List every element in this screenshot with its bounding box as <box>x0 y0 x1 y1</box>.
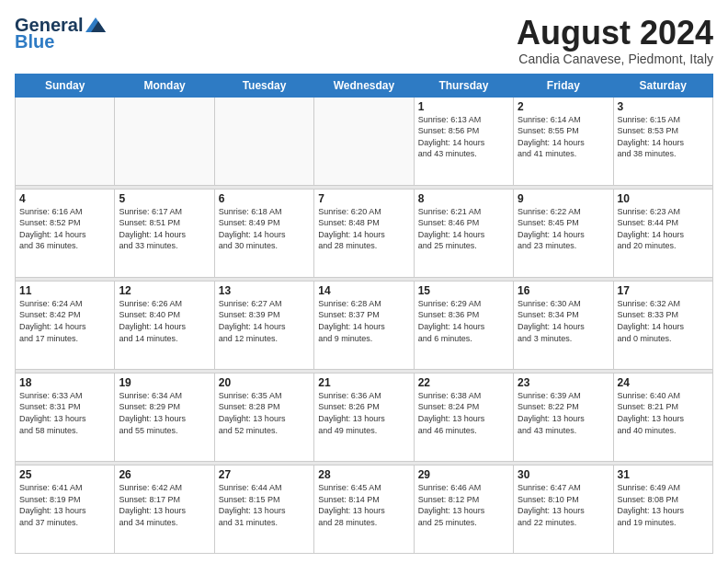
day-info: Sunrise: 6:22 AM Sunset: 8:45 PM Dayligh… <box>518 206 609 252</box>
day-number: 27 <box>219 468 310 481</box>
day-number: 5 <box>119 192 210 205</box>
calendar-cell <box>16 97 115 185</box>
month-title: August 2024 <box>517 15 713 52</box>
day-info: Sunrise: 6:16 AM Sunset: 8:52 PM Dayligh… <box>19 206 110 252</box>
day-info: Sunrise: 6:21 AM Sunset: 8:46 PM Dayligh… <box>418 206 509 252</box>
day-info: Sunrise: 6:24 AM Sunset: 8:42 PM Dayligh… <box>19 298 110 344</box>
day-info: Sunrise: 6:29 AM Sunset: 8:36 PM Dayligh… <box>418 298 509 344</box>
calendar-cell: 20Sunrise: 6:35 AM Sunset: 8:28 PM Dayli… <box>214 373 313 461</box>
col-tuesday: Tuesday <box>214 74 313 97</box>
day-info: Sunrise: 6:44 AM Sunset: 8:15 PM Dayligh… <box>219 482 310 528</box>
day-number: 28 <box>318 468 409 481</box>
calendar-cell: 24Sunrise: 6:40 AM Sunset: 8:21 PM Dayli… <box>613 373 712 461</box>
day-number: 29 <box>418 468 509 481</box>
calendar-cell: 2Sunrise: 6:14 AM Sunset: 8:55 PM Daylig… <box>514 97 613 185</box>
header: General Blue August 2024 Candia Canavese… <box>15 15 713 66</box>
calendar-cell: 17Sunrise: 6:32 AM Sunset: 8:33 PM Dayli… <box>613 281 712 369</box>
calendar-cell: 1Sunrise: 6:13 AM Sunset: 8:56 PM Daylig… <box>414 97 513 185</box>
col-thursday: Thursday <box>414 74 513 97</box>
day-number: 9 <box>518 192 609 205</box>
title-section: August 2024 Candia Canavese, Piedmont, I… <box>517 15 713 66</box>
day-info: Sunrise: 6:18 AM Sunset: 8:49 PM Dayligh… <box>219 206 310 252</box>
calendar-cell: 19Sunrise: 6:34 AM Sunset: 8:29 PM Dayli… <box>115 373 214 461</box>
logo-blue: Blue <box>15 31 54 52</box>
day-number: 8 <box>418 192 509 205</box>
day-info: Sunrise: 6:36 AM Sunset: 8:26 PM Dayligh… <box>318 390 409 436</box>
day-info: Sunrise: 6:40 AM Sunset: 8:21 PM Dayligh… <box>618 390 709 436</box>
page: General Blue August 2024 Candia Canavese… <box>0 0 728 563</box>
calendar-cell: 3Sunrise: 6:15 AM Sunset: 8:53 PM Daylig… <box>613 97 712 185</box>
day-info: Sunrise: 6:15 AM Sunset: 8:53 PM Dayligh… <box>618 114 709 160</box>
day-info: Sunrise: 6:45 AM Sunset: 8:14 PM Dayligh… <box>318 482 409 528</box>
calendar-cell: 28Sunrise: 6:45 AM Sunset: 8:14 PM Dayli… <box>314 465 414 553</box>
calendar-cell <box>214 97 313 185</box>
calendar-cell: 16Sunrise: 6:30 AM Sunset: 8:34 PM Dayli… <box>514 281 613 369</box>
day-number: 4 <box>19 192 110 205</box>
day-number: 21 <box>318 376 409 389</box>
day-info: Sunrise: 6:28 AM Sunset: 8:37 PM Dayligh… <box>318 298 409 344</box>
calendar-cell: 25Sunrise: 6:41 AM Sunset: 8:19 PM Dayli… <box>16 465 115 553</box>
calendar-cell: 29Sunrise: 6:46 AM Sunset: 8:12 PM Dayli… <box>414 465 513 553</box>
calendar-table: Sunday Monday Tuesday Wednesday Thursday… <box>15 74 713 554</box>
calendar-cell <box>115 97 214 185</box>
calendar-cell: 15Sunrise: 6:29 AM Sunset: 8:36 PM Dayli… <box>414 281 513 369</box>
calendar-cell: 9Sunrise: 6:22 AM Sunset: 8:45 PM Daylig… <box>514 189 613 277</box>
calendar-cell: 31Sunrise: 6:49 AM Sunset: 8:08 PM Dayli… <box>613 465 712 553</box>
calendar-cell: 5Sunrise: 6:17 AM Sunset: 8:51 PM Daylig… <box>115 189 214 277</box>
day-info: Sunrise: 6:17 AM Sunset: 8:51 PM Dayligh… <box>119 206 210 252</box>
day-info: Sunrise: 6:13 AM Sunset: 8:56 PM Dayligh… <box>418 114 509 160</box>
day-number: 15 <box>418 284 509 297</box>
calendar-cell: 10Sunrise: 6:23 AM Sunset: 8:44 PM Dayli… <box>613 189 712 277</box>
day-number: 16 <box>518 284 609 297</box>
day-info: Sunrise: 6:34 AM Sunset: 8:29 PM Dayligh… <box>119 390 210 436</box>
calendar-cell: 23Sunrise: 6:39 AM Sunset: 8:22 PM Dayli… <box>514 373 613 461</box>
day-number: 19 <box>119 376 210 389</box>
logo-icon <box>85 17 106 32</box>
calendar-cell: 26Sunrise: 6:42 AM Sunset: 8:17 PM Dayli… <box>115 465 214 553</box>
day-info: Sunrise: 6:33 AM Sunset: 8:31 PM Dayligh… <box>19 390 110 436</box>
day-number: 13 <box>219 284 310 297</box>
col-sunday: Sunday <box>16 74 115 97</box>
day-number: 6 <box>219 192 310 205</box>
calendar-cell: 12Sunrise: 6:26 AM Sunset: 8:40 PM Dayli… <box>115 281 214 369</box>
calendar-header-row: Sunday Monday Tuesday Wednesday Thursday… <box>16 74 713 97</box>
calendar-cell: 21Sunrise: 6:36 AM Sunset: 8:26 PM Dayli… <box>314 373 414 461</box>
day-number: 1 <box>418 100 509 113</box>
day-number: 12 <box>119 284 210 297</box>
day-info: Sunrise: 6:26 AM Sunset: 8:40 PM Dayligh… <box>119 298 210 344</box>
calendar-week-3: 11Sunrise: 6:24 AM Sunset: 8:42 PM Dayli… <box>16 281 713 369</box>
day-number: 30 <box>518 468 609 481</box>
day-info: Sunrise: 6:27 AM Sunset: 8:39 PM Dayligh… <box>219 298 310 344</box>
logo: General Blue <box>15 15 106 52</box>
calendar-cell: 4Sunrise: 6:16 AM Sunset: 8:52 PM Daylig… <box>16 189 115 277</box>
day-number: 11 <box>19 284 110 297</box>
calendar-cell: 27Sunrise: 6:44 AM Sunset: 8:15 PM Dayli… <box>214 465 313 553</box>
day-info: Sunrise: 6:39 AM Sunset: 8:22 PM Dayligh… <box>518 390 609 436</box>
day-info: Sunrise: 6:38 AM Sunset: 8:24 PM Dayligh… <box>418 390 509 436</box>
day-info: Sunrise: 6:20 AM Sunset: 8:48 PM Dayligh… <box>318 206 409 252</box>
day-number: 26 <box>119 468 210 481</box>
col-friday: Friday <box>514 74 613 97</box>
calendar-cell: 22Sunrise: 6:38 AM Sunset: 8:24 PM Dayli… <box>414 373 513 461</box>
day-number: 25 <box>19 468 110 481</box>
day-info: Sunrise: 6:46 AM Sunset: 8:12 PM Dayligh… <box>418 482 509 528</box>
col-wednesday: Wednesday <box>314 74 414 97</box>
calendar-week-4: 18Sunrise: 6:33 AM Sunset: 8:31 PM Dayli… <box>16 373 713 461</box>
day-info: Sunrise: 6:32 AM Sunset: 8:33 PM Dayligh… <box>618 298 709 344</box>
calendar-week-1: 1Sunrise: 6:13 AM Sunset: 8:56 PM Daylig… <box>16 97 713 185</box>
day-info: Sunrise: 6:41 AM Sunset: 8:19 PM Dayligh… <box>19 482 110 528</box>
calendar-cell: 30Sunrise: 6:47 AM Sunset: 8:10 PM Dayli… <box>514 465 613 553</box>
day-info: Sunrise: 6:35 AM Sunset: 8:28 PM Dayligh… <box>219 390 310 436</box>
calendar-cell: 18Sunrise: 6:33 AM Sunset: 8:31 PM Dayli… <box>16 373 115 461</box>
location: Candia Canavese, Piedmont, Italy <box>517 52 713 66</box>
day-number: 3 <box>618 100 709 113</box>
calendar-cell: 7Sunrise: 6:20 AM Sunset: 8:48 PM Daylig… <box>314 189 414 277</box>
col-saturday: Saturday <box>613 74 712 97</box>
calendar-week-2: 4Sunrise: 6:16 AM Sunset: 8:52 PM Daylig… <box>16 189 713 277</box>
day-info: Sunrise: 6:23 AM Sunset: 8:44 PM Dayligh… <box>618 206 709 252</box>
calendar-cell: 14Sunrise: 6:28 AM Sunset: 8:37 PM Dayli… <box>314 281 414 369</box>
day-info: Sunrise: 6:49 AM Sunset: 8:08 PM Dayligh… <box>618 482 709 528</box>
day-info: Sunrise: 6:14 AM Sunset: 8:55 PM Dayligh… <box>518 114 609 160</box>
day-number: 22 <box>418 376 509 389</box>
day-number: 23 <box>518 376 609 389</box>
